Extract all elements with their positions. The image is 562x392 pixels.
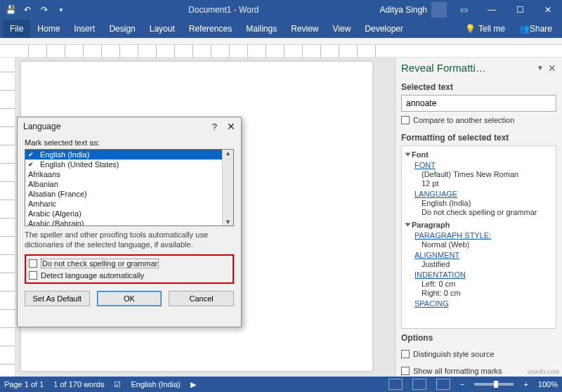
vertical-ruler[interactable] <box>0 58 15 379</box>
language-link[interactable]: LANGUAGE <box>414 190 457 198</box>
share-button[interactable]: 👥 Share <box>512 20 559 38</box>
set-default-button[interactable]: Set As Default <box>25 291 90 306</box>
share-icon: 👥 <box>519 24 530 34</box>
tab-home[interactable]: Home <box>30 20 67 38</box>
compare-checkbox[interactable] <box>401 116 410 124</box>
tab-file[interactable]: File <box>3 20 30 38</box>
scroll-up-icon[interactable]: ▲ <box>225 150 231 157</box>
pane-close-icon[interactable]: ✕ <box>548 63 556 74</box>
zoom-out-icon[interactable]: − <box>460 380 464 388</box>
word-count[interactable]: 1 of 170 words <box>53 380 104 388</box>
list-item: Arabic (Bahrain) <box>25 218 222 226</box>
tab-design[interactable]: Design <box>102 20 142 38</box>
lightbulb-icon: 💡 <box>465 24 476 34</box>
options-label: Options <box>396 329 562 346</box>
language-dialog: Language ? ✕ Mark selected text as: ✔Eng… <box>17 117 242 327</box>
distinguish-style-checkbox[interactable] <box>401 350 410 358</box>
read-mode-icon[interactable] <box>388 379 403 390</box>
list-item: Amharic <box>25 199 222 209</box>
dialog-close-icon[interactable]: ✕ <box>227 121 235 132</box>
mark-label: Mark selected text as: <box>25 138 234 147</box>
status-bar: Page 1 of 1 1 of 170 words ☑ English (In… <box>0 377 562 392</box>
list-item: Afrikaans <box>25 169 222 179</box>
redo-icon[interactable]: ↷ <box>38 4 51 16</box>
pane-title: Reveal Formatti… <box>401 62 532 74</box>
maximize-button[interactable]: ☐ <box>506 0 534 20</box>
formatting-tree[interactable]: Font FONT (Default) Times New Roman 12 p… <box>401 145 556 329</box>
selected-text-label: Selected text <box>396 78 562 95</box>
tab-references[interactable]: References <box>182 20 239 38</box>
list-item: ✔English (India) <box>25 150 222 159</box>
selected-text-box[interactable]: annoate <box>401 95 556 112</box>
language-listbox[interactable]: ✔English (India) ✔English (United States… <box>25 149 234 226</box>
tab-developer[interactable]: Developer <box>358 20 410 38</box>
reveal-formatting-pane: Reveal Formatti… ▼ ✕ Selected text annoa… <box>395 58 562 379</box>
window-title: Document1 - Word <box>67 5 380 15</box>
proofing-status[interactable]: ☑ <box>114 380 121 389</box>
web-layout-icon[interactable] <box>436 379 450 390</box>
spacing-link[interactable]: SPACING <box>414 299 449 308</box>
tab-insert[interactable]: Insert <box>67 20 102 38</box>
zoom-slider[interactable] <box>474 383 514 386</box>
formatting-label: Formatting of selected text <box>396 129 562 145</box>
tell-me[interactable]: 💡 Tell me <box>465 24 505 34</box>
minimize-button[interactable]: — <box>478 0 506 20</box>
horizontal-ruler[interactable] <box>0 45 562 58</box>
zoom-in-icon[interactable]: + <box>523 380 528 388</box>
list-item: Arabic (Algeria) <box>25 209 222 218</box>
dialog-title: Language <box>23 122 212 131</box>
font-link[interactable]: FONT <box>414 161 436 169</box>
list-item: ✔English (United States) <box>25 159 222 169</box>
close-button[interactable]: ✕ <box>534 0 562 20</box>
proofing-icon: ✔ <box>28 151 37 159</box>
scrollbar[interactable]: ▲▼ <box>222 150 233 226</box>
list-item: Albanian <box>25 179 222 189</box>
ribbon-display-icon[interactable]: ▭ <box>450 0 478 20</box>
help-icon[interactable]: ? <box>212 122 217 132</box>
language-status[interactable]: English (India) <box>131 380 180 388</box>
proofing-note: The speller and other proofing tools aut… <box>25 230 234 250</box>
save-icon[interactable]: 💾 <box>4 4 17 16</box>
tab-layout[interactable]: Layout <box>143 20 182 38</box>
detect-language-checkbox[interactable] <box>29 271 37 280</box>
scroll-down-icon[interactable]: ▼ <box>225 218 231 226</box>
no-spellcheck-checkbox[interactable] <box>29 259 37 268</box>
user-avatar[interactable] <box>431 2 447 18</box>
ok-button[interactable]: OK <box>97 291 162 306</box>
macro-status[interactable]: ▶ <box>190 380 196 389</box>
tab-view[interactable]: View <box>326 20 358 38</box>
list-item: Alsatian (France) <box>25 189 222 199</box>
user-name[interactable]: Aditya Singh <box>380 5 427 15</box>
undo-icon[interactable]: ↶ <box>21 4 34 16</box>
pane-menu-icon[interactable]: ▼ <box>537 64 544 72</box>
show-marks-checkbox[interactable] <box>401 367 410 375</box>
page-status[interactable]: Page 1 of 1 <box>4 380 44 388</box>
alignment-link[interactable]: ALIGNMENT <box>414 251 459 259</box>
cancel-button[interactable]: Cancel <box>169 291 234 306</box>
watermark: wsxdn.com <box>528 368 559 375</box>
collapse-icon[interactable] <box>405 223 411 227</box>
print-layout-icon[interactable] <box>412 379 426 390</box>
tab-review[interactable]: Review <box>284 20 325 38</box>
highlight-box: Do not check spelling or grammar Detect … <box>25 254 234 284</box>
indentation-link[interactable]: INDENTATION <box>414 270 466 279</box>
tab-mailings[interactable]: Mailings <box>239 20 284 38</box>
collapse-icon[interactable] <box>405 153 411 157</box>
proofing-icon: ✔ <box>28 161 37 169</box>
paragraph-style-link[interactable]: PARAGRAPH STYLE: <box>414 231 491 240</box>
zoom-level[interactable]: 100% <box>538 380 558 388</box>
qat-dropdown-icon[interactable]: ▼ <box>55 4 67 16</box>
